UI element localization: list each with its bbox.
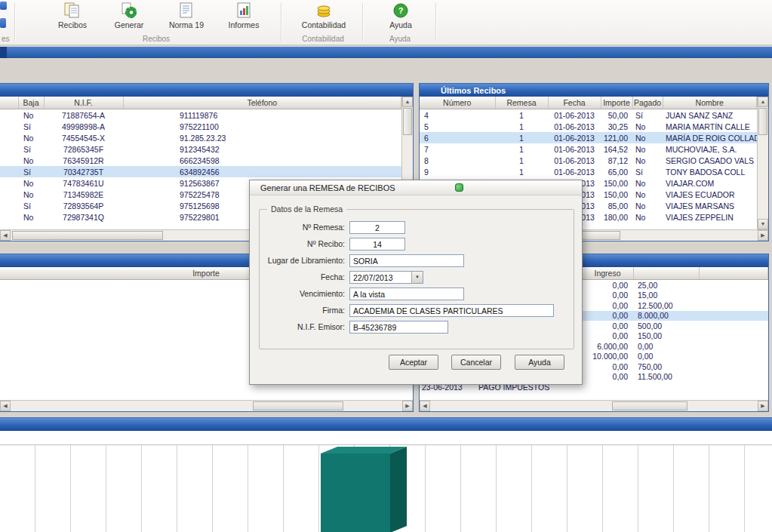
ribbon-separator: [362, 3, 364, 42]
field-label-firma: Firma:: [250, 306, 345, 315]
horizontal-scrollbar[interactable]: ◀ ▶: [0, 400, 413, 411]
firma-input[interactable]: [349, 304, 554, 317]
clients-panel-titlebar[interactable]: [0, 84, 413, 97]
table-row[interactable]: 8101-06-201387,12NoSERGIO CASADO VALS: [420, 155, 757, 166]
column-header-blank[interactable]: [633, 267, 699, 280]
column-header-telefono[interactable]: Teléfono: [123, 97, 401, 109]
scroll-down-arrow[interactable]: ▼: [758, 219, 768, 229]
scrollbar-thumb[interactable]: [612, 401, 687, 411]
field-label-num-remesa: Nº Remesa:: [250, 223, 345, 232]
column-header-fecha[interactable]: Fecha: [548, 97, 601, 109]
column-header-numero[interactable]: Número: [420, 97, 495, 109]
window-title-strip-block: [0, 47, 7, 58]
app-window: Recibos Generar Norma 19 Informes Contab: [0, 0, 772, 532]
ribbon-button-ayuda[interactable]: ? Ayuda: [374, 2, 427, 35]
reports-document-icon: [235, 2, 253, 20]
table-row[interactable]: No74554545-X91.285.23.23: [0, 132, 401, 143]
chevron-down-icon[interactable]: ▼: [411, 272, 423, 283]
field-label-num-recibo: Nº Recibo:: [250, 239, 345, 248]
svg-text:?: ?: [398, 6, 404, 15]
column-header-blank[interactable]: [699, 267, 768, 280]
column-header-nombre[interactable]: Nombre: [663, 97, 757, 109]
field-label-nif-emisor: N.I.F. Emisor:: [250, 322, 345, 331]
ribbon-button-norma19[interactable]: Norma 19: [160, 2, 213, 35]
dialog-titlebar[interactable]: Generar una REMESA de RECIBOS: [250, 180, 582, 195]
ribbon-button-label: Ayuda: [389, 20, 412, 29]
ribbon-button-informes[interactable]: Informes: [217, 2, 270, 35]
field-label-fecha: Fecha:: [250, 272, 345, 281]
ribbon-button-recibos[interactable]: Recibos: [46, 2, 99, 35]
fecha-combobox[interactable]: 22/07/2013 ▼: [349, 271, 423, 284]
column-header-indicator[interactable]: [0, 97, 18, 109]
column-header-pagado[interactable]: Pagado: [632, 97, 663, 109]
ayuda-button[interactable]: Ayuda: [515, 355, 564, 370]
dialog-title: Generar una REMESA de RECIBOS: [260, 183, 395, 192]
norma19-document-icon: [177, 2, 195, 20]
chart-3d-bar: [317, 444, 411, 532]
scrollbar-thumb[interactable]: [253, 401, 343, 411]
table-row[interactable]: Sí49998998-A975221100: [0, 121, 401, 132]
ribbon-toolbar: Recibos Generar Norma 19 Informes Contab: [0, 0, 772, 45]
fecha-value: 22/07/2013: [353, 273, 393, 282]
ribbon-button-label: Generar: [115, 20, 144, 29]
receipts-panel-title: Últimos Recibos: [441, 86, 506, 95]
ribbon-separator: [435, 3, 437, 42]
num-recibo-input[interactable]: [349, 238, 405, 251]
ribbon-group-label-cutoff: es: [2, 35, 10, 43]
scrollbar-thumb[interactable]: [12, 231, 163, 240]
aceptar-button[interactable]: Aceptar: [389, 355, 438, 370]
table-row[interactable]: No76345912R666234598: [0, 155, 401, 166]
cancelar-button[interactable]: Cancelar: [451, 355, 501, 370]
ribbon-group-label-recibos: Recibos: [143, 35, 170, 43]
receipts-panel-titlebar[interactable]: Últimos Recibos: [420, 84, 768, 97]
table-row[interactable]: Sí72865345F912345432: [0, 143, 401, 155]
window-title-strip: [0, 47, 772, 58]
scroll-right-arrow[interactable]: ▶: [758, 230, 768, 241]
help-icon: ?: [392, 2, 410, 20]
vencimiento-input[interactable]: [349, 288, 464, 300]
column-header-baja[interactable]: Baja: [18, 97, 44, 109]
scroll-up-arrow[interactable]: ▲: [402, 97, 413, 107]
table-row[interactable]: Sí70342735T634892456: [0, 166, 401, 177]
generate-gear-icon: [120, 2, 138, 20]
ribbon-group-label-ayuda: Ayuda: [389, 35, 411, 43]
num-remesa-input[interactable]: [349, 221, 405, 234]
scrollbar-thumb[interactable]: [403, 108, 412, 135]
ribbon-button-label: Informes: [229, 20, 260, 29]
scroll-up-arrow[interactable]: ▲: [758, 97, 768, 107]
column-header-ingreso[interactable]: Ingreso: [582, 267, 633, 280]
scrollbar-thumb[interactable]: [758, 108, 767, 135]
lugar-libramiento-input[interactable]: [349, 254, 464, 267]
table-row[interactable]: 4101-06-201350,00SíJUAN SANZ SANZ: [420, 109, 757, 121]
vertical-scrollbar[interactable]: ▲ ▼: [757, 97, 768, 229]
accounting-coins-icon: [315, 2, 333, 20]
chart-panel: [0, 417, 772, 532]
chart-panel-titlebar[interactable]: [0, 418, 772, 431]
scroll-right-arrow[interactable]: ▶: [402, 401, 413, 411]
ribbon-button-contabilidad[interactable]: Contabilidad: [297, 2, 350, 35]
table-row[interactable]: 9101-06-201365,00SíTONY BADOSA COLL: [420, 166, 757, 177]
ribbon-button-label: Contabilidad: [302, 20, 346, 29]
column-header-remesa[interactable]: Remesa: [495, 97, 548, 109]
scroll-right-arrow[interactable]: ▶: [758, 401, 768, 411]
ribbon-separator: [14, 3, 16, 42]
ribbon-button-label: Norma 19: [169, 20, 204, 29]
table-row[interactable]: 6101-06-2013121,00NoMARÍA DE ROIG COLLAD…: [420, 132, 757, 143]
field-label-lugar-libramiento: Lugar de Libramiento:: [250, 256, 345, 265]
ribbon-button-generar[interactable]: Generar: [103, 2, 155, 35]
nif-emisor-input[interactable]: [349, 321, 448, 334]
groupbox-label: Datos de la Remesa: [267, 204, 346, 214]
table-row[interactable]: 5101-06-201330,25NoMARIA MARTÍN CALLE: [420, 121, 757, 132]
scroll-left-arrow[interactable]: ◀: [0, 230, 11, 241]
receipts-icon: [63, 2, 82, 20]
column-header-nif[interactable]: N.I.F.: [44, 97, 123, 109]
scroll-left-arrow[interactable]: ◀: [0, 401, 11, 411]
table-row[interactable]: 7101-06-2013164,52NoMUCHOVIAJE, S.A.: [420, 143, 757, 155]
field-label-vencimiento: Vencimiento:: [250, 289, 345, 298]
scroll-left-arrow[interactable]: ◀: [420, 401, 430, 411]
table-row[interactable]: No71887654-A911119876: [0, 109, 401, 121]
cutoff-icon: [0, 18, 6, 28]
ribbon-separator: [281, 3, 282, 42]
column-header-importe[interactable]: Importe: [601, 97, 632, 109]
horizontal-scrollbar[interactable]: ◀ ▶: [420, 400, 768, 411]
